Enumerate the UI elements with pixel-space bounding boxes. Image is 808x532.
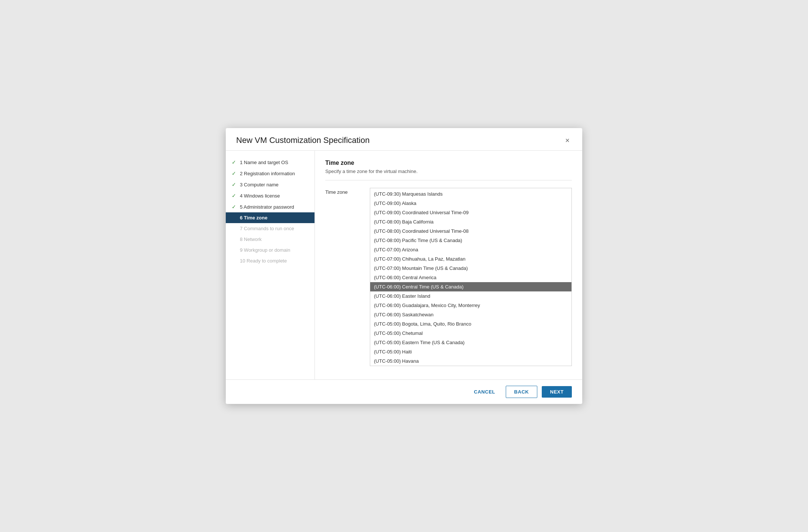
cancel-button[interactable]: CANCEL xyxy=(468,386,501,398)
sidebar-item-3[interactable]: ✓3 Computer name xyxy=(226,179,315,190)
dialog-body: ✓1 Name and target OS✓2 Registration inf… xyxy=(226,151,582,379)
timezone-list-container[interactable]: (UTC-12:00) International Date Line West… xyxy=(370,188,572,366)
dialog: New VM Customization Specification × ✓1 … xyxy=(226,128,582,404)
sidebar-item-7: 7 Commands to run once xyxy=(226,223,315,234)
sidebar-item-label: 6 Time zone xyxy=(240,215,267,221)
sidebar-item-label: 7 Commands to run once xyxy=(240,226,294,231)
check-icon: ✓ xyxy=(232,204,238,210)
sidebar-item-8: 8 Network xyxy=(226,234,315,245)
timezone-item[interactable]: (UTC-07:00) Arizona xyxy=(370,245,571,254)
sidebar: ✓1 Name and target OS✓2 Registration inf… xyxy=(226,151,315,379)
content-title: Time zone xyxy=(325,160,572,166)
sidebar-item-4[interactable]: ✓4 Windows license xyxy=(226,190,315,201)
timezone-item[interactable]: (UTC-05:00) Havana xyxy=(370,356,571,366)
next-button[interactable]: NEXT xyxy=(542,386,572,398)
check-icon: ✓ xyxy=(232,170,238,176)
close-button[interactable]: × xyxy=(563,136,572,145)
sidebar-item-10: 10 Ready to complete xyxy=(226,255,315,266)
check-icon: ✓ xyxy=(232,193,238,199)
sidebar-item-label: 8 Network xyxy=(240,236,262,242)
timezone-item[interactable]: (UTC-05:00) Chetumal xyxy=(370,329,571,338)
timezone-item[interactable]: (UTC-09:00) Coordinated Universal Time-0… xyxy=(370,208,571,217)
timezone-item[interactable]: (UTC-09:00) Alaska xyxy=(370,199,571,208)
timezone-item[interactable]: (UTC-06:00) Central Time (US & Canada) xyxy=(370,282,571,291)
timezone-label: Time zone xyxy=(325,188,370,195)
sidebar-item-9: 9 Workgroup or domain xyxy=(226,245,315,255)
sidebar-item-1[interactable]: ✓1 Name and target OS xyxy=(226,157,315,168)
sidebar-item-label: 4 Windows license xyxy=(240,193,280,199)
content-subtitle: Specify a time zone for the virtual mach… xyxy=(325,169,572,180)
dialog-footer: CANCEL BACK NEXT xyxy=(226,379,582,404)
sidebar-item-label: 2 Registration information xyxy=(240,171,295,176)
timezone-item[interactable]: (UTC-07:00) Mountain Time (US & Canada) xyxy=(370,264,571,273)
timezone-item[interactable]: (UTC-09:30) Marquesas Islands xyxy=(370,189,571,199)
timezone-item[interactable]: (UTC-08:00) Coordinated Universal Time-0… xyxy=(370,226,571,236)
timezone-item[interactable]: (UTC-05:00) Bogota, Lima, Quito, Rio Bra… xyxy=(370,319,571,329)
sidebar-item-label: 5 Administrator password xyxy=(240,204,294,210)
timezone-item[interactable]: (UTC-06:00) Easter Island xyxy=(370,291,571,301)
dialog-title: New VM Customization Specification xyxy=(236,136,369,145)
timezone-item[interactable]: (UTC-08:00) Pacific Time (US & Canada) xyxy=(370,236,571,245)
timezone-item[interactable]: (UTC-06:00) Guadalajara, Mexico City, Mo… xyxy=(370,301,571,310)
timezone-item[interactable]: (UTC-07:00) Chihuahua, La Paz, Mazatlan xyxy=(370,254,571,264)
dialog-header: New VM Customization Specification × xyxy=(226,128,582,151)
timezone-item[interactable]: (UTC-06:00) Central America xyxy=(370,273,571,282)
timezone-item[interactable]: (UTC-05:00) Eastern Time (US & Canada) xyxy=(370,338,571,347)
check-icon: ✓ xyxy=(232,182,238,187)
sidebar-item-6[interactable]: 6 Time zone xyxy=(226,212,315,223)
sidebar-item-label: 10 Ready to complete xyxy=(240,258,287,264)
content-area: Time zone Specify a time zone for the vi… xyxy=(315,151,582,379)
sidebar-item-5[interactable]: ✓5 Administrator password xyxy=(226,201,315,212)
timezone-item[interactable]: (UTC-08:00) Baja California xyxy=(370,217,571,226)
check-icon: ✓ xyxy=(232,159,238,165)
sidebar-item-label: 9 Workgroup or domain xyxy=(240,247,290,253)
timezone-list: (UTC-12:00) International Date Line West… xyxy=(370,188,571,366)
timezone-item[interactable]: (UTC-05:00) Haiti xyxy=(370,347,571,356)
timezone-row: Time zone (UTC-12:00) International Date… xyxy=(325,188,572,366)
back-button[interactable]: BACK xyxy=(506,386,538,398)
sidebar-item-2[interactable]: ✓2 Registration information xyxy=(226,168,315,179)
sidebar-item-label: 3 Computer name xyxy=(240,182,278,187)
sidebar-item-label: 1 Name and target OS xyxy=(240,160,288,165)
timezone-item[interactable]: (UTC-06:00) Saskatchewan xyxy=(370,310,571,319)
